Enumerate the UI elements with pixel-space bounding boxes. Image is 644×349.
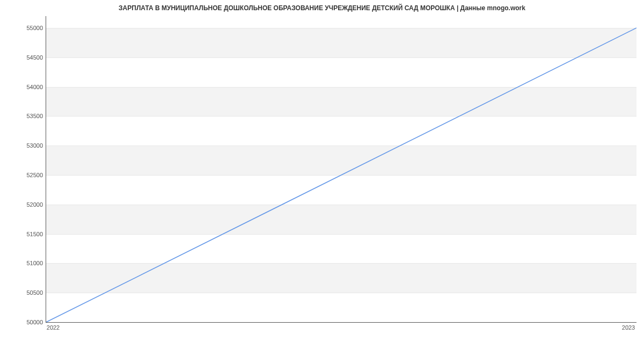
chart-title: ЗАРПЛАТА В МУНИЦИПАЛЬНОЕ ДОШКОЛЬНОЕ ОБРА… [0, 4, 644, 12]
y-tick-label: 51000 [3, 260, 43, 266]
y-tick-label: 52500 [3, 172, 43, 178]
y-tick-label: 51500 [3, 231, 43, 237]
y-tick-label: 54500 [3, 54, 43, 61]
salary-line-chart: ЗАРПЛАТА В МУНИЦИПАЛЬНОЕ ДОШКОЛЬНОЕ ОБРА… [0, 0, 644, 349]
line-layer [46, 16, 636, 322]
x-tick-label: 2022 [47, 324, 60, 331]
y-tick-label: 50000 [3, 319, 43, 325]
y-tick-label: 53500 [3, 113, 43, 119]
y-tick-label: 50500 [3, 289, 43, 296]
x-tick-label: 2023 [622, 324, 635, 331]
y-tick-label: 55000 [3, 25, 43, 31]
series-line [46, 28, 636, 322]
y-tick-label: 54000 [3, 84, 43, 90]
y-grid-line [46, 322, 636, 323]
y-tick-label: 52000 [3, 201, 43, 208]
y-tick-label: 53000 [3, 142, 43, 149]
plot-area [46, 16, 636, 323]
